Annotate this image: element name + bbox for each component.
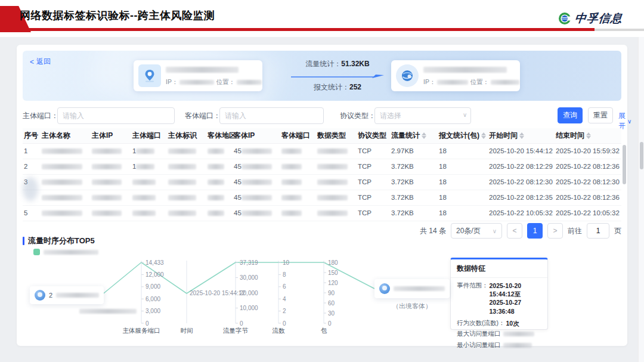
- sort-icon[interactable]: [422, 132, 426, 139]
- redacted-cell: [242, 211, 273, 216]
- redacted-cell: [132, 180, 156, 185]
- window-scrollbar-track[interactable]: [638, 37, 644, 362]
- table-cell: 2025-10-22 08:12:30: [555, 174, 621, 190]
- svg-text:120: 120: [328, 280, 338, 286]
- subject-subtext-redacted: [79, 309, 137, 314]
- column-header: 主体名称: [41, 128, 91, 143]
- reset-button[interactable]: 重置: [588, 107, 613, 123]
- table-cell: 2025-10-22 10:05:32: [488, 205, 555, 221]
- table-cell: [316, 205, 357, 221]
- logo-text: 中孚信息: [574, 11, 624, 26]
- globe-icon: [396, 64, 419, 87]
- redacted-cell: [281, 180, 302, 185]
- table-cell: [206, 190, 233, 205]
- protocol-type-select[interactable]: [374, 107, 471, 124]
- object-port-input[interactable]: [219, 107, 324, 124]
- table-cell: TCP: [357, 190, 390, 205]
- table-cell: 45: [233, 205, 280, 221]
- flow-arrow-icon: [290, 72, 385, 80]
- column-header[interactable]: 开始时间: [488, 128, 555, 143]
- event-range-label: 事件范围：: [457, 281, 488, 290]
- redacted-cell: [242, 164, 273, 169]
- table-cell: 45: [233, 143, 280, 159]
- column-header[interactable]: 结束时间: [555, 128, 621, 143]
- svg-text:37,319: 37,319: [240, 259, 258, 266]
- redacted-cell: [242, 180, 273, 185]
- subject-port-label: 主体端口：: [23, 111, 58, 121]
- object-caption: （出境客体）: [374, 302, 450, 311]
- object-port-label: 客体端口：: [185, 111, 221, 121]
- table-cell: [280, 190, 316, 205]
- page-title: 网络数据标签标识验标--跨主体风险监测: [20, 8, 215, 23]
- total-count-label: 共 14 条: [420, 226, 446, 236]
- table-row: 2145TCP3.72KB182025-10-22 08:12:292025-1…: [23, 159, 621, 174]
- redacted-cell: [42, 195, 82, 200]
- protocol-type-label: 协议类型：: [340, 111, 376, 121]
- redacted-cell: [168, 148, 196, 154]
- column-header[interactable]: 报文统计(包): [438, 128, 488, 143]
- svg-text:30,000: 30,000: [240, 274, 258, 281]
- table-cell: [167, 190, 206, 205]
- svg-text:2025-10-20 15:44:12: 2025-10-20 15:44:12: [190, 290, 245, 296]
- subject-port-input[interactable]: [57, 107, 175, 124]
- table-cell: [41, 159, 91, 174]
- table-cell: [167, 205, 206, 221]
- column-header: 序号: [23, 128, 41, 143]
- column-header[interactable]: 流量统计: [390, 128, 438, 143]
- svg-text:30: 30: [328, 310, 335, 317]
- filter-bar: 主体端口： 客体端口： 协议类型： ∨ 查询 重置 展开 ∨: [23, 107, 621, 125]
- table-cell: TCP: [357, 143, 390, 159]
- svg-text:6: 6: [283, 283, 286, 290]
- object-node-card[interactable]: [374, 279, 450, 298]
- column-header: 数据类型: [316, 128, 357, 143]
- redacted-cell: [92, 148, 122, 154]
- svg-text:2: 2: [283, 308, 286, 314]
- table-cell: [206, 205, 233, 221]
- redacted-cell: [168, 180, 196, 185]
- table-cell: 2.97KB: [390, 143, 438, 159]
- sort-icon[interactable]: [481, 132, 486, 139]
- svg-text:180: 180: [328, 259, 338, 266]
- column-header: 主体端口: [131, 128, 167, 143]
- page-unit-label: 页: [614, 226, 621, 236]
- table-cell: [316, 143, 357, 159]
- column-header: 客体端口: [280, 128, 316, 143]
- table-cell: 3.72KB: [390, 159, 438, 174]
- table-cell: 18: [438, 174, 488, 190]
- flow-timeseries-section: 流量时序分布TOP5 14,43312,0009,0006,0003,0000主…: [23, 236, 621, 343]
- table-cell: [91, 174, 131, 190]
- redacted-cell: [136, 164, 154, 169]
- packet-total-value: 252: [349, 83, 361, 91]
- back-button[interactable]: < 返回: [30, 57, 51, 67]
- section-title-text: 流量时序分布TOP5: [28, 236, 95, 246]
- table-cell: [280, 174, 316, 190]
- title-marker: [23, 237, 24, 245]
- table-cell: [91, 143, 131, 159]
- svg-text:6,000: 6,000: [145, 296, 160, 302]
- object-location-redacted: [491, 80, 519, 85]
- parallel-coordinates-chart: 14,43312,0009,0006,0003,0000主体服务端口2025-1…: [23, 250, 464, 340]
- svg-text:流数: 流数: [273, 327, 286, 334]
- location-label: 位置：: [216, 78, 235, 86]
- table-cell: 45: [233, 174, 280, 190]
- window-scrollbar-thumb[interactable]: [640, 142, 643, 169]
- table-cell: 45: [233, 190, 280, 205]
- table-scrollbar-thumb[interactable]: [623, 145, 626, 184]
- page-size-value: 20条/页: [456, 226, 481, 236]
- redacted-cell: [92, 195, 122, 200]
- subject-node-card[interactable]: 2: [30, 286, 104, 304]
- main-panel: < 返回 IP： 位置： 流量统计：: [17, 45, 627, 346]
- table-cell: 2025-10-20 15:44:12: [488, 143, 555, 159]
- sort-icon[interactable]: [586, 132, 591, 139]
- redacted-cell: [317, 148, 348, 154]
- table-cell: [316, 174, 357, 190]
- query-button[interactable]: 查询: [558, 107, 583, 123]
- subject-node-redacted: [56, 293, 99, 298]
- redacted-cell: [136, 148, 154, 154]
- svg-text:主体服务端口: 主体服务端口: [123, 327, 160, 334]
- svg-text:8: 8: [283, 271, 286, 278]
- banner-stats: 流量统计：51.32KB 报文统计：252: [288, 59, 387, 92]
- behavior-count-value: 10次: [506, 319, 519, 327]
- svg-text:10: 10: [283, 259, 290, 266]
- sort-icon[interactable]: [519, 132, 524, 139]
